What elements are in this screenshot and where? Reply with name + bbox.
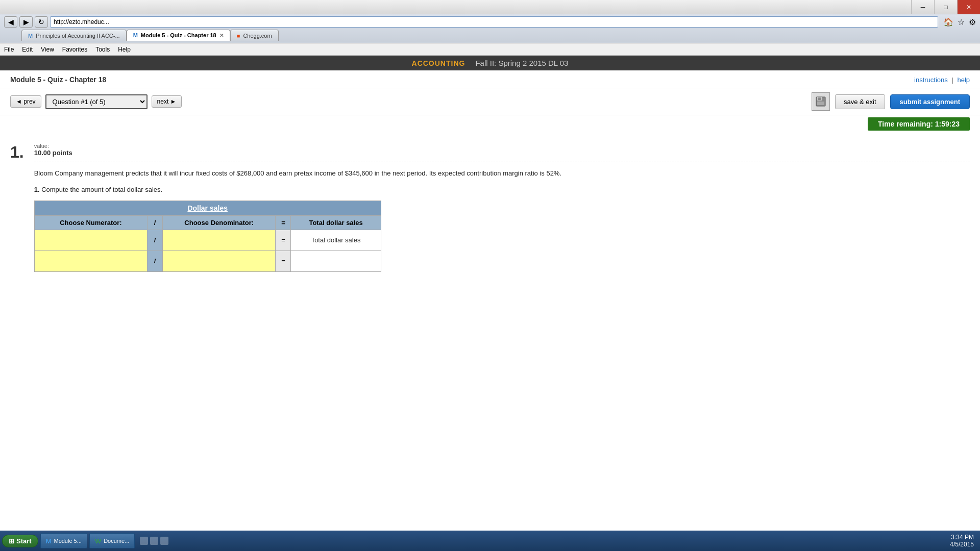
- menu-tools[interactable]: Tools: [95, 46, 110, 53]
- title-bar: ─ □ ✕: [0, 0, 980, 14]
- quiz-header: Module 5 - Quiz - Chapter 18 instruction…: [0, 70, 980, 88]
- menu-favorites[interactable]: Favorites: [62, 46, 87, 53]
- help-link[interactable]: help: [957, 76, 970, 84]
- menu-view[interactable]: View: [41, 46, 54, 53]
- timer: Time remaining: 1:59:23: [868, 117, 970, 131]
- restore-button[interactable]: □: [934, 0, 957, 14]
- question-body: value: 10.00 points Bloom Company manage…: [34, 143, 970, 272]
- denominator-field-1[interactable]: [168, 233, 270, 247]
- address-bar[interactable]: [50, 16, 938, 28]
- star-icon[interactable]: ☆: [958, 17, 965, 27]
- table-main-header: Dollar sales: [34, 201, 381, 215]
- denominator-input-2[interactable]: [163, 251, 276, 271]
- taskbar-item-module5[interactable]: M Module 5...: [40, 533, 87, 548]
- menu-help[interactable]: Help: [118, 46, 131, 53]
- refresh-button[interactable]: ↻: [35, 16, 48, 28]
- browser-nav: ◀ ▶ ↻ 🏠 ☆ ⚙: [4, 16, 976, 28]
- browser-chrome: ◀ ▶ ↻ 🏠 ☆ ⚙ M Principles of Accounting I…: [0, 14, 980, 43]
- sub-question: 1. Compute the amount of total dollar sa…: [34, 186, 970, 193]
- course-title: Fall II: Spring 2 2015 DL 03: [475, 59, 568, 67]
- numerator-field-1[interactable]: [40, 233, 142, 247]
- main-content: Module 5 - Quiz - Chapter 18 instruction…: [0, 70, 980, 282]
- slash-1: /: [148, 230, 163, 251]
- forward-button[interactable]: ▶: [19, 16, 33, 28]
- question-area: 1. value: 10.00 points Bloom Company man…: [0, 133, 980, 282]
- question-number: 1.: [10, 143, 24, 162]
- denominator-field-2[interactable]: [168, 254, 270, 268]
- tab-chegg[interactable]: ■ Chegg.com: [230, 30, 279, 41]
- menu-edit[interactable]: Edit: [22, 46, 33, 53]
- numerator-input-2[interactable]: [34, 251, 147, 271]
- sys-icon-1: [140, 537, 148, 545]
- header-banner: ACCOUNTING Fall II: Spring 2 2015 DL 03: [0, 56, 980, 70]
- home-icon[interactable]: 🏠: [943, 17, 953, 27]
- denominator-input-1[interactable]: [163, 230, 276, 251]
- back-button[interactable]: ◀: [4, 16, 17, 28]
- timer-bar: Time remaining: 1:59:23: [0, 115, 980, 133]
- eq-2: =: [276, 251, 291, 271]
- menu-file[interactable]: File: [4, 46, 14, 53]
- slash-header: /: [148, 215, 163, 230]
- question-number-row: 1. value: 10.00 points Bloom Company man…: [10, 143, 970, 272]
- dollar-sales-table: Dollar sales Choose Numerator: / Choose …: [34, 201, 381, 272]
- slash-2: /: [148, 251, 163, 271]
- numerator-field-2[interactable]: [40, 254, 142, 268]
- eq-header: =: [276, 215, 291, 230]
- save-exit-button[interactable]: save & exit: [835, 94, 885, 109]
- sys-icon-3: [160, 537, 168, 545]
- eq-1: =: [276, 230, 291, 251]
- title-bar-controls: ─ □ ✕: [911, 0, 980, 14]
- taskbar-item-document[interactable]: W Docume...: [89, 533, 135, 548]
- start-button[interactable]: ⊞ Start: [2, 535, 38, 547]
- tab-quiz[interactable]: M Module 5 - Quiz - Chapter 18 ✕: [127, 30, 230, 41]
- sys-icon-2: [150, 537, 158, 545]
- taskbar: ⊞ Start M Module 5... W Docume... 3:34 P…: [0, 531, 980, 551]
- value-label: value:: [34, 143, 970, 149]
- col1-header: Choose Numerator:: [34, 215, 147, 230]
- tab-close-icon[interactable]: ✕: [219, 33, 224, 38]
- taskbar-time: 3:34 PM 4/5/2015: [950, 534, 978, 548]
- result-1: Total dollar sales: [291, 230, 381, 251]
- taskbar-document-icon: W: [95, 537, 101, 545]
- windows-icon: ⊞: [9, 537, 14, 545]
- quiz-title: Module 5 - Quiz - Chapter 18: [10, 76, 106, 84]
- col3-header: Total dollar sales: [291, 215, 381, 230]
- table-row: / =: [34, 251, 381, 271]
- question-text: Bloom Company management predicts that i…: [34, 162, 970, 179]
- quiz-links: instructions | help: [914, 76, 970, 84]
- nav-bar: ◄ prev Question #1 (of 5) next ► save & …: [0, 88, 980, 115]
- next-button[interactable]: next ►: [152, 95, 182, 108]
- close-button[interactable]: ✕: [957, 0, 980, 14]
- instructions-link[interactable]: instructions: [914, 76, 948, 84]
- taskbar-module5-icon: M: [46, 537, 52, 545]
- minimize-button[interactable]: ─: [911, 0, 934, 14]
- col2-header: Choose Denominator:: [163, 215, 276, 230]
- result-2: [291, 251, 381, 271]
- floppy-icon[interactable]: [812, 92, 830, 111]
- gear-icon[interactable]: ⚙: [969, 17, 976, 27]
- numerator-input-1[interactable]: [34, 230, 147, 251]
- svg-rect-2: [818, 97, 821, 100]
- tab-principles[interactable]: M Principles of Accounting II ACC-...: [21, 30, 127, 41]
- prev-button[interactable]: ◄ prev: [10, 95, 41, 108]
- taskbar-sys-icons: [137, 537, 172, 545]
- table-row: / = Total dollar sales: [34, 230, 381, 251]
- accounting-logo: ACCOUNTING: [412, 59, 465, 67]
- submit-button[interactable]: submit assignment: [890, 94, 970, 109]
- value-points: 10.00 points: [34, 149, 970, 157]
- menu-bar: File Edit View Favorites Tools Help: [0, 43, 980, 56]
- svg-rect-3: [817, 102, 824, 105]
- question-selector[interactable]: Question #1 (of 5): [45, 94, 148, 109]
